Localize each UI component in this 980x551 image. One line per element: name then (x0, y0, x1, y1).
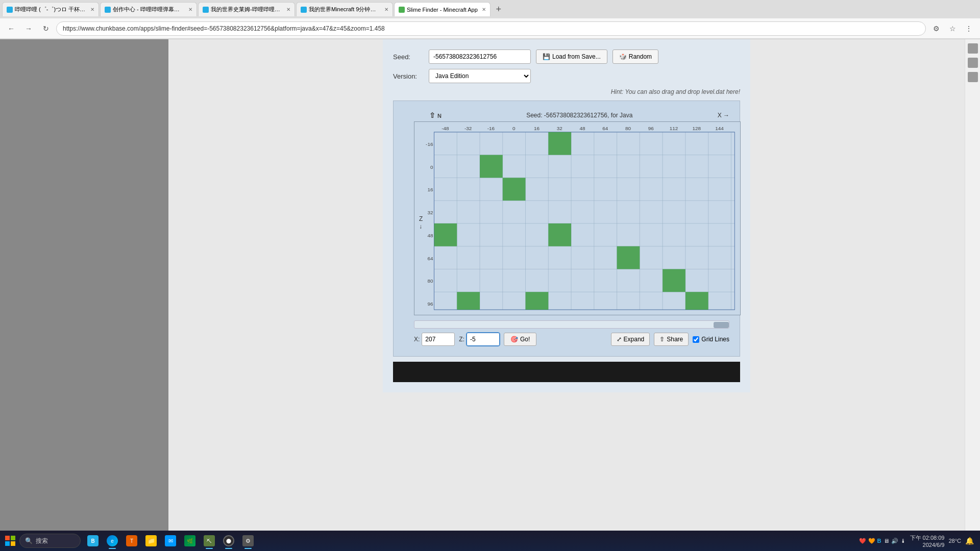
z-label-5: 64 (427, 256, 433, 261)
map-svg[interactable]: Z ↓ -48 -32 -16 0 16 32 48 64 80 96 112 … (414, 121, 741, 315)
random-label: Random (629, 53, 652, 60)
x-coord-input[interactable] (422, 333, 455, 346)
bookmark-button[interactable]: ☆ (945, 21, 960, 36)
scrollbar-thumb[interactable] (714, 322, 729, 328)
dark-strip (393, 362, 740, 382)
taskbar-app-bilibili[interactable]: B (84, 532, 102, 550)
tab-favicon-5 (399, 7, 405, 13)
temperature-display: 28°C (948, 538, 961, 544)
random-button[interactable]: 🎲 Random (612, 49, 658, 64)
tab-close-1[interactable]: ✕ (90, 7, 94, 12)
share-button[interactable]: ⇧ Share (654, 333, 689, 346)
seed-row: Seed: 💾 Load from Save... 🎲 Random (393, 49, 740, 64)
back-button[interactable]: ← (4, 21, 18, 36)
tab-close-5[interactable]: ✕ (482, 7, 486, 12)
load-from-save-button[interactable]: 💾 Load from Save... (536, 49, 607, 64)
address-bar[interactable]: https://www.chunkbase.com/apps/slime-fin… (56, 21, 926, 36)
taskbar-app-obs[interactable]: ⬤ (219, 532, 238, 550)
browser-tab-3[interactable]: 我的世界史莱姆-哔哩哔哩_bilibili ✕ (198, 2, 295, 16)
tab-favicon-2 (105, 7, 111, 13)
x-label-9: 96 (648, 126, 654, 131)
grid-lines-checkbox[interactable] (693, 336, 699, 343)
slime-chunk-6 (663, 269, 685, 292)
taskbar-app-tudou[interactable]: T (122, 532, 141, 550)
slime-chunk-8 (526, 292, 549, 310)
version-select[interactable]: Java Edition Bedrock Edition (429, 69, 531, 83)
forward-button[interactable]: → (21, 21, 36, 36)
expand-label: Expand (624, 336, 645, 343)
sidebar-right (965, 39, 980, 551)
tudou-icon: T (126, 535, 137, 546)
browser-tab-2[interactable]: 创作中心 - 哔哩哔哩弹幕视频网 ✕ (100, 2, 197, 16)
tab-close-4[interactable]: ✕ (384, 7, 388, 12)
taskbar-search[interactable]: 🔍 搜索 (19, 534, 81, 548)
go-label: Go! (520, 336, 530, 343)
z-coord-input[interactable] (467, 333, 500, 346)
scrollbar[interactable] (414, 320, 729, 329)
slime-chunk-0 (548, 132, 571, 155)
z-label-2: 16 (427, 187, 433, 192)
tab-close-3[interactable]: ✕ (286, 7, 290, 12)
taskbar-app-edge[interactable]: e (103, 532, 121, 550)
go-button[interactable]: 🎯 Go! (504, 333, 536, 346)
browser-tab-5[interactable]: Slime Finder - Minecraft App ✕ (394, 2, 491, 16)
minecraft-icon: ⛏ (204, 535, 215, 546)
z-label-6: 80 (427, 278, 433, 284)
browser-tab-1[interactable]: 哔哩哔哩 (゜-゜)つロ 干杯~--bili... ✕ (2, 2, 99, 16)
tab-close-2[interactable]: ✕ (188, 7, 192, 12)
taskbar-app-mail[interactable]: ✉ (161, 532, 180, 550)
menu-button[interactable]: ⋮ (962, 21, 976, 36)
app-container: Seed: 💾 Load from Save... 🎲 Random Versi… (383, 39, 750, 392)
taskbar-app-minecraft[interactable]: ⛏ (200, 532, 218, 550)
notification-button[interactable]: 🔔 (965, 537, 974, 545)
random-icon: 🎲 (619, 53, 627, 60)
nav-bar: ← → ↻ https://www.chunkbase.com/apps/sli… (0, 18, 980, 39)
sidebar-right-icon-2[interactable] (968, 58, 978, 68)
svg-rect-1 (11, 536, 15, 540)
sidebar-right-icon-1[interactable] (968, 43, 978, 54)
tray-icon-network: 🔊 (891, 538, 898, 544)
extensions-button[interactable]: ⚙ (929, 21, 943, 36)
new-tab-button[interactable]: + (492, 2, 506, 16)
x-label-2: -16 (487, 126, 495, 131)
expand-button[interactable]: ⤢ Expand (611, 333, 650, 346)
z-arrow-label: ↓ (420, 223, 423, 230)
tab-bar: 哔哩哔哩 (゜-゜)つロ 干杯~--bili... ✕ 创作中心 - 哔哩哔哩弹… (0, 0, 980, 18)
x-label-3: 0 (512, 126, 516, 131)
tab-label-4: 我的世界Minecraft 9分钟教你生... (309, 6, 380, 13)
taskbar-app-config[interactable]: ⚙ (239, 532, 257, 550)
x-label-8: 80 (625, 126, 631, 131)
compass-n: N (437, 113, 442, 119)
sidebar-right-icon-3[interactable] (968, 72, 978, 82)
browser-chrome: 哔哩哔哩 (゜-゜)つロ 干杯~--bili... ✕ 创作中心 - 哔哩哔哩弹… (0, 0, 980, 39)
tab-label-1: 哔哩哔哩 (゜-゜)つロ 干杯~--bili... (15, 6, 86, 13)
browser-tab-4[interactable]: 我的世界Minecraft 9分钟教你生... ✕ (296, 2, 393, 16)
taskbar-app-folder[interactable]: 📁 (142, 532, 160, 550)
svg-rect-3 (11, 541, 15, 546)
svg-rect-2 (5, 541, 10, 546)
clock[interactable]: 下午 02:08:09 2024/6/9 (910, 534, 945, 548)
hint-text: Hint: You can also drag and drop level.d… (393, 88, 740, 95)
search-icon: 🔍 (25, 537, 33, 544)
config-icon: ⚙ (242, 535, 254, 546)
z-label-3: 32 (427, 210, 433, 215)
seed-input[interactable] (429, 49, 531, 64)
map-border (434, 132, 734, 310)
seed-label: Seed: (393, 53, 424, 61)
edge-icon: e (107, 535, 118, 546)
refresh-button[interactable]: ↻ (39, 21, 53, 36)
folder-icon: 📁 (145, 535, 157, 546)
x-coord-group: X: (414, 333, 455, 346)
x-label-11: 128 (692, 126, 701, 131)
x-coord-label: X: (414, 336, 420, 343)
z-label-1: 0 (430, 164, 433, 170)
tab-favicon-1 (7, 7, 13, 13)
tray-icon-bilibili2: B (877, 538, 881, 544)
map-title: Seed: -565738082323612756, for Java (442, 112, 718, 119)
grid-lines-label: Grid Lines (701, 336, 729, 343)
x-label-5: 32 (557, 126, 563, 131)
tray-icon-volume: 🌡 (900, 538, 906, 544)
taskbar-app-edge2[interactable]: 🌿 (181, 532, 199, 550)
start-button[interactable] (2, 533, 18, 549)
map-container: ⇧ N Seed: -565738082323612756, for Java … (393, 101, 740, 357)
